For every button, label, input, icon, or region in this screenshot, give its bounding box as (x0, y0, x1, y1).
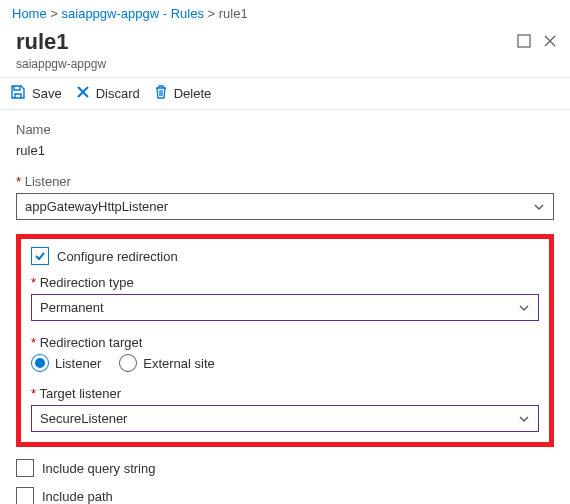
redirection-target-field: Redirection target Listener External sit… (31, 335, 539, 372)
page-title: rule1 (16, 29, 69, 55)
include-path-checkbox[interactable]: Include path (16, 487, 554, 504)
breadcrumb-home-link[interactable]: Home (12, 6, 47, 21)
command-bar: Save Discard Delete (0, 77, 570, 110)
radio-listener-label: Listener (55, 356, 101, 371)
radio-external-label: External site (143, 356, 215, 371)
breadcrumb: Home > saiappgw-appgw - Rules > rule1 (0, 0, 570, 25)
listener-select-value: appGatewayHttpListener (25, 199, 168, 214)
redirection-type-field: Redirection type Permanent (31, 275, 539, 321)
listener-select[interactable]: appGatewayHttpListener (16, 193, 554, 220)
include-query-label: Include query string (42, 461, 155, 476)
name-label: Name (16, 122, 554, 137)
radio-selected-icon (31, 354, 49, 372)
breadcrumb-rules-link[interactable]: saiappgw-appgw - Rules (62, 6, 204, 21)
chevron-down-icon (518, 413, 530, 425)
save-icon (10, 84, 26, 103)
name-value: rule1 (16, 141, 554, 160)
configure-redirect-checkbox[interactable]: Configure redirection (31, 247, 539, 265)
configure-redirect-label: Configure redirection (57, 249, 178, 264)
redirection-target-label: Redirection target (31, 335, 539, 350)
form-content: Name rule1 Listener appGatewayHttpListen… (0, 110, 570, 504)
delete-button[interactable]: Delete (154, 84, 212, 103)
include-query-checkbox[interactable]: Include query string (16, 459, 554, 477)
close-icon[interactable] (542, 33, 558, 49)
redirection-target-external-radio[interactable]: External site (119, 354, 215, 372)
listener-field: Listener appGatewayHttpListener (16, 174, 554, 220)
save-button[interactable]: Save (10, 84, 62, 103)
chevron-down-icon (533, 201, 545, 213)
target-listener-label: Target listener (31, 386, 539, 401)
svg-rect-0 (518, 35, 530, 47)
save-button-label: Save (32, 86, 62, 101)
breadcrumb-separator: > (50, 6, 61, 21)
delete-button-label: Delete (174, 86, 212, 101)
breadcrumb-separator: > (208, 6, 219, 21)
include-path-label: Include path (42, 489, 113, 504)
delete-icon (154, 84, 168, 103)
checkbox-checked-icon (31, 247, 49, 265)
target-listener-field: Target listener SecureListener (31, 386, 539, 432)
chevron-down-icon (518, 302, 530, 314)
highlight-redirection-box: Configure redirection Redirection type P… (16, 234, 554, 447)
discard-icon (76, 85, 90, 102)
radio-unselected-icon (119, 354, 137, 372)
redirection-type-value: Permanent (40, 300, 104, 315)
listener-label: Listener (16, 174, 554, 189)
target-listener-value: SecureListener (40, 411, 127, 426)
breadcrumb-current: rule1 (219, 6, 248, 21)
redirection-type-label: Redirection type (31, 275, 539, 290)
pin-icon[interactable] (516, 33, 532, 49)
checkbox-unchecked-icon (16, 487, 34, 504)
target-listener-select[interactable]: SecureListener (31, 405, 539, 432)
redirection-type-select[interactable]: Permanent (31, 294, 539, 321)
page-subtitle: saiappgw-appgw (0, 57, 570, 77)
name-field: Name rule1 (16, 122, 554, 160)
discard-button-label: Discard (96, 86, 140, 101)
checkbox-unchecked-icon (16, 459, 34, 477)
page-header: rule1 (0, 25, 570, 57)
discard-button[interactable]: Discard (76, 84, 140, 103)
redirection-target-listener-radio[interactable]: Listener (31, 354, 101, 372)
